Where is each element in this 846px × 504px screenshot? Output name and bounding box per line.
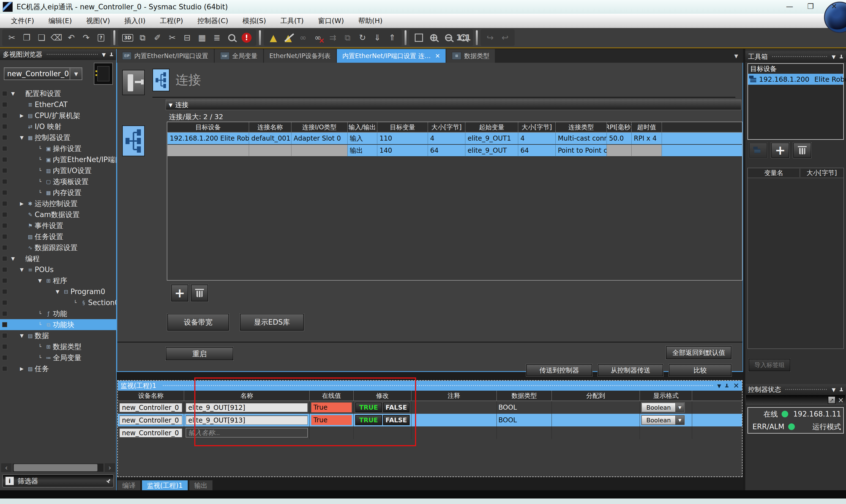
target-device-item-selected[interactable]: 192.168.1.200 Elite Robot <box>748 74 843 85</box>
download-to-controller-icon[interactable]: ⇓ <box>370 30 385 46</box>
comment-cell[interactable] <box>411 401 496 414</box>
tree-expand-icon[interactable]: ▼ <box>10 91 17 96</box>
minimize-button[interactable]: — <box>780 1 799 12</box>
cut-icon[interactable]: ✂ <box>4 30 19 46</box>
sidebar-item-motion-control-settings[interactable]: ▶ ✱ 运动控制设置 <box>0 198 116 209</box>
scroll-right-icon[interactable]: › <box>105 463 115 472</box>
rail-monitor-icon[interactable]: ≣ <box>209 30 224 46</box>
tab-output[interactable]: 输出 <box>189 480 212 491</box>
panel-menu-arrow-icon[interactable]: ▼ <box>102 52 106 57</box>
tab-list-dropdown-icon[interactable]: ▼ <box>729 53 743 63</box>
sidebar-item-memory-settings[interactable]: └ ▦ 内存设置 <box>0 187 116 198</box>
close-icon[interactable]: × <box>838 396 844 404</box>
tree-checkbox[interactable] <box>2 245 7 250</box>
tree-expand-icon[interactable]: ▼ <box>18 135 26 140</box>
compare-button[interactable]: 比较 <box>669 364 732 376</box>
search-icon[interactable] <box>224 30 239 46</box>
sidebar-item-io-map[interactable]: ⇄ I/O 映射 <box>0 121 116 132</box>
tab-close-icon[interactable]: ✕ <box>435 53 440 59</box>
tree-checkbox[interactable] <box>2 234 7 239</box>
watch-row-new-entry[interactable]: new_Controller_0 <box>118 427 742 439</box>
tree-checkbox[interactable] <box>2 124 7 129</box>
chevron-down-icon[interactable]: ▼ <box>675 416 684 425</box>
add-target-device-button[interactable]: + <box>771 143 789 158</box>
sidebar-item-operation-settings[interactable]: └ ▣ 操作设置 <box>0 143 116 154</box>
connection-row-output[interactable]: 输出 140 64 elite_9_OUT 64 Point to Point … <box>167 145 742 157</box>
menu-help[interactable]: 帮助(H) <box>351 14 390 28</box>
build-error-icon[interactable]: ! <box>239 30 254 46</box>
tree-expand-icon[interactable]: ▶ <box>18 201 26 206</box>
paste-icon[interactable]: ❏ <box>34 30 49 46</box>
close-button[interactable]: ✕ <box>825 1 843 12</box>
tree-expand-icon[interactable]: └ <box>36 179 44 184</box>
redo-icon[interactable]: ↷ <box>79 30 93 46</box>
menu-tools[interactable]: 工具(T) <box>273 14 311 28</box>
controller-select[interactable]: new_Controller_0 ▼ <box>4 67 82 80</box>
tree-checkbox[interactable] <box>2 300 7 305</box>
tree-checkbox[interactable] <box>2 355 7 360</box>
sidebar-item-data[interactable]: ▼ ▤ 数据 <box>0 330 116 341</box>
zoom-fit-icon[interactable] <box>411 30 426 46</box>
program-transfer-icon[interactable]: ⇉ <box>325 30 340 46</box>
tree-expand-icon[interactable]: └ <box>36 322 44 327</box>
step-stop-icon[interactable]: ↩ <box>498 30 512 46</box>
tree-checkbox[interactable] <box>2 267 7 272</box>
tree-expand-icon[interactable]: ▼ <box>18 267 26 272</box>
sidebar-item-section0[interactable]: └ § Section0 <box>0 297 116 308</box>
online-warning-icon[interactable]: ▲ <box>266 30 281 46</box>
menu-view[interactable]: 视图(V) <box>79 14 117 28</box>
filter-bar[interactable]: i 筛选器 <box>2 474 114 487</box>
variable-name-input[interactable] <box>186 415 308 425</box>
tree-checkbox[interactable] <box>2 113 7 118</box>
add-connection-button[interactable]: + <box>171 285 188 302</box>
tab-eip-port-connection-active[interactable]: 内置EtherNet/IP端口设置 连... ✕ <box>337 49 445 63</box>
transfer-to-controller-button[interactable]: 传送到控制器 <box>526 364 592 376</box>
panel-menu-arrow-icon[interactable]: ▼ <box>832 387 835 393</box>
panel-pin-icon[interactable] <box>109 52 113 57</box>
tree-checkbox[interactable] <box>2 201 7 206</box>
sidebar-item-data-types[interactable]: └ ⊞ 数据类型 <box>0 341 116 352</box>
variable-name-input[interactable] <box>186 403 308 412</box>
tree-expand-icon[interactable]: └ <box>36 168 44 173</box>
chevron-down-icon[interactable]: ▼ <box>70 68 82 79</box>
delete-icon[interactable]: ⌫ <box>49 30 64 46</box>
sidebar-item-data-trace-settings[interactable]: ∿ 数据跟踪设置 <box>0 242 116 253</box>
watch-row-912[interactable]: new_Controller_0 True TRUE FALSE BOOL Bo… <box>118 401 742 414</box>
undo-icon[interactable]: ↶ <box>64 30 79 46</box>
help-doc-icon[interactable]: ? <box>93 30 108 46</box>
scrollbar-thumb[interactable] <box>14 464 98 471</box>
menu-file[interactable]: 文件(F) <box>4 14 41 28</box>
zoom-in-icon[interactable]: + <box>426 30 441 46</box>
tree-expand-icon[interactable]: └ <box>36 344 44 349</box>
offline-warning-icon[interactable]: ▲ <box>281 30 296 46</box>
sidebar-item-function-blocks[interactable]: └ ⧉ 功能块 <box>0 319 116 330</box>
copy-icon[interactable]: ❐ <box>19 30 34 46</box>
watch-close-icon[interactable]: ✕ <box>733 382 739 390</box>
delete-connection-button[interactable] <box>191 285 208 302</box>
tree-checkbox[interactable] <box>2 190 7 195</box>
tree-checkbox[interactable] <box>2 135 7 140</box>
menu-controller[interactable]: 控制器(C) <box>190 14 235 28</box>
upload-from-controller-icon[interactable]: ⇑ <box>385 30 400 46</box>
step-run-icon[interactable]: ↪ <box>483 30 498 46</box>
io-map-table-icon[interactable]: ▦ <box>195 30 209 46</box>
tree-expand-icon[interactable]: ▶ <box>18 366 26 372</box>
import-tag-set-button[interactable]: 导入标签组 <box>748 359 790 372</box>
sidebar-item-task-settings[interactable]: ▨ 任务设置 <box>0 231 116 242</box>
tree-checkbox[interactable] <box>2 91 7 96</box>
sidebar-item-functions[interactable]: └ ƒ 功能 <box>0 308 116 319</box>
set-true-button[interactable]: TRUE <box>355 402 382 412</box>
sidebar-item-cam-data-settings[interactable]: ✎ Cam数据设置 <box>0 209 116 220</box>
tree-expand-icon[interactable]: └ <box>36 146 44 151</box>
tree-expand-icon[interactable]: ▼ <box>53 289 61 294</box>
tree-expand-icon[interactable]: ▼ <box>10 256 17 262</box>
scrollbar-track[interactable] <box>13 464 104 472</box>
sidebar-item-global-variables[interactable]: └ ≔ 全局变量 <box>0 352 116 363</box>
synchronize-icon[interactable]: ↻ <box>355 30 370 46</box>
monitor-glasses-icon[interactable]: ∞ <box>296 30 311 46</box>
restart-button[interactable]: 重启 <box>166 347 233 360</box>
chevron-down-icon[interactable]: ▼ <box>675 403 684 412</box>
tab-build[interactable]: 编译 <box>117 480 140 491</box>
tree-checkbox[interactable] <box>2 344 7 349</box>
tab-eip-device-list[interactable]: EtherNet/IP设备列表 <box>264 49 336 63</box>
